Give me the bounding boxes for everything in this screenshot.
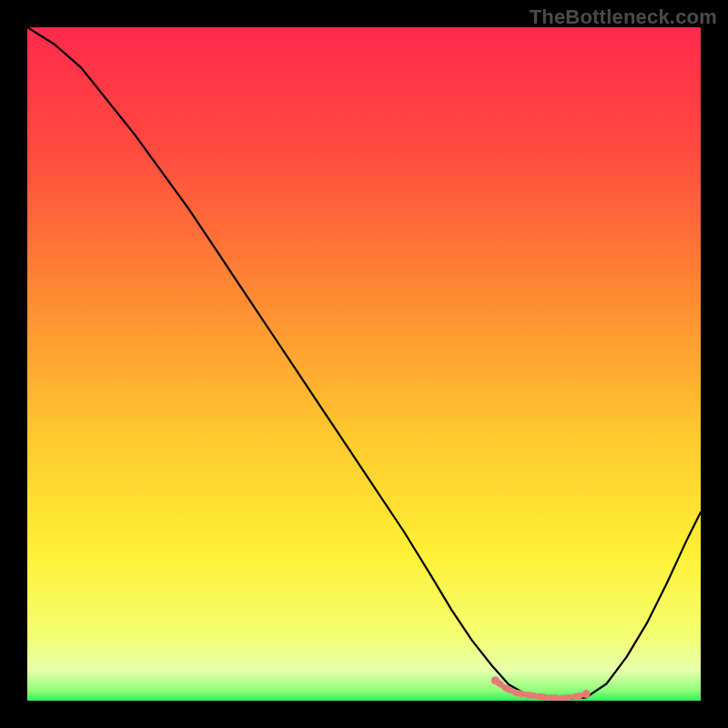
chart-container: TheBottleneck.com xyxy=(0,0,728,728)
trough-marker-dot xyxy=(491,676,500,684)
watermark-text: TheBottleneck.com xyxy=(530,5,717,29)
plot-background xyxy=(27,27,701,701)
plot-svg xyxy=(27,27,701,701)
plot-area xyxy=(27,27,701,701)
trough-marker-dot xyxy=(582,690,591,698)
